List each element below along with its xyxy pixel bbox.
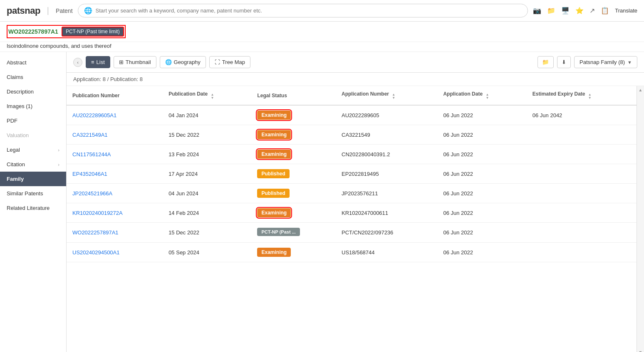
sidebar-item-label: PDF <box>7 118 17 124</box>
cell-app-number: AU2022289605 <box>336 105 437 125</box>
cell-pub-number: KR1020240019272A <box>67 203 163 223</box>
pub-number-link[interactable]: CN117561244A <box>72 151 111 158</box>
sidebar-item-pdf[interactable]: PDF <box>0 113 66 128</box>
cell-pub-date: 15 Dec 2022 <box>163 223 251 243</box>
family-select[interactable]: Patsnap Family (8) ▼ <box>574 56 637 68</box>
scroll-up-icon[interactable]: ▲ <box>639 88 643 92</box>
scroll-down-icon[interactable]: ▼ <box>639 350 643 352</box>
cell-est-expiry <box>527 164 637 184</box>
sidebar-item-label: Similar Patents <box>7 190 43 197</box>
folder-action-button[interactable]: 📁 <box>537 56 554 68</box>
thumbnail-icon: ⊞ <box>119 59 124 65</box>
search-input[interactable] <box>96 7 522 14</box>
cell-pub-number: EP4352046A1 <box>67 164 163 184</box>
chevron-right-icon: › <box>58 148 59 153</box>
cell-est-expiry <box>527 184 637 203</box>
pub-number-link[interactable]: KR1020240019272A <box>72 210 123 216</box>
patent-id[interactable]: WO2022257897A1 <box>8 28 58 35</box>
copy-icon[interactable]: 📋 <box>601 7 609 15</box>
table-row: WO2022257897A115 Dec 2022PCT-NP (Past ..… <box>67 223 637 243</box>
sidebar-item-similar-patents[interactable]: Similar Patents <box>0 186 66 201</box>
cell-pub-number: CN117561244A <box>67 145 163 164</box>
legal-status-badge[interactable]: Published <box>257 169 289 178</box>
pub-number-link[interactable]: AU2022289605A1 <box>72 112 116 118</box>
star-icon[interactable]: ⭐ <box>575 7 584 15</box>
cell-app-date: 06 Jun 2022 <box>437 164 526 184</box>
sidebar-item-family[interactable]: Family <box>0 172 66 186</box>
sidebar-item-label: Description <box>7 89 34 95</box>
legal-status-badge[interactable]: Published <box>257 189 289 198</box>
cell-pub-number: US20240294500A1 <box>67 243 163 262</box>
legal-status-badge[interactable]: Examining <box>257 111 291 120</box>
pub-number-link[interactable]: WO2022257897A1 <box>72 229 119 236</box>
table-area: Publication Number Publication Date ▲ ▼ … <box>67 86 637 352</box>
sidebar-item-claims[interactable]: Claims <box>0 70 66 84</box>
content-wrapper: Publication Number Publication Date ▲ ▼ … <box>67 86 644 352</box>
sidebar-item-description[interactable]: Description <box>0 84 66 99</box>
folder-icon: 📁 <box>542 59 549 65</box>
cell-est-expiry <box>527 203 637 223</box>
download-button[interactable]: ⬇ <box>557 56 571 68</box>
table-row: US20240294500A105 Sep 2024ExaminingUS18/… <box>67 243 637 262</box>
sidebar-item-legal[interactable]: Legal › <box>0 143 66 157</box>
table-container[interactable]: Publication Number Publication Date ▲ ▼ … <box>67 86 637 352</box>
cell-pub-date: 14 Feb 2024 <box>163 203 251 223</box>
cell-app-number: CA3221549 <box>336 125 437 145</box>
tree-map-view-button[interactable]: ⛶ Tree Map <box>209 56 250 68</box>
share-icon[interactable]: ↗ <box>590 7 595 15</box>
camera-icon[interactable]: 📷 <box>533 7 541 15</box>
pub-number-link[interactable]: CA3221549A1 <box>72 132 108 138</box>
logo-pat: pat <box>7 5 20 16</box>
sidebar-item-valuation[interactable]: Valuation <box>0 128 66 143</box>
header-actions: 📷 📁 🖥️ ⭐ ↗ 📋 Translate <box>533 7 637 15</box>
cell-est-expiry <box>527 223 637 243</box>
cell-pub-number: JP2024521966A <box>67 184 163 203</box>
sidebar-item-label: Valuation <box>7 132 29 138</box>
sidebar-item-abstract[interactable]: Abstract <box>0 55 66 70</box>
col-est-expiry[interactable]: Estimated Expiry Date ▲ ▼ <box>527 86 637 105</box>
table-row: EP4352046A117 Apr 2024PublishedEP2022819… <box>67 164 637 184</box>
folder-icon[interactable]: 📁 <box>547 7 555 15</box>
legal-status-badge[interactable]: Examining <box>257 248 291 257</box>
vertical-scrollbar[interactable]: ▲ ▼ ▶ <box>637 86 644 352</box>
sidebar-item-related-literature[interactable]: Related Literature <box>0 201 66 215</box>
chevron-down-icon: ▼ <box>627 60 632 65</box>
cell-est-expiry <box>527 145 637 164</box>
content: ‹ ≡ List ⊞ Thumbnail 🌐 Geography ⛶ Tree … <box>67 52 644 352</box>
legal-status-badge[interactable]: Examining <box>257 150 291 159</box>
col-pub-date[interactable]: Publication Date ▲ ▼ <box>163 86 251 105</box>
sidebar-item-citation[interactable]: Citation › <box>0 157 66 172</box>
pub-number-link[interactable]: EP4352046A1 <box>72 171 107 177</box>
patent-bar: WO2022257897A1 PCT-NP (Past time limit) <box>0 22 644 42</box>
translate-button[interactable]: Translate <box>615 7 637 14</box>
cell-app-number: US18/568744 <box>336 243 437 262</box>
cell-app-date: 06 Jun 2022 <box>437 223 526 243</box>
sidebar: Abstract Claims Description Images (1) P… <box>0 52 67 352</box>
pub-number-link[interactable]: JP2024521966A <box>72 190 112 197</box>
chevron-right-icon: › <box>58 162 59 167</box>
thumbnail-view-button[interactable]: ⊞ Thumbnail <box>114 56 156 68</box>
legal-status-badge[interactable]: Examining <box>257 130 291 139</box>
sidebar-item-images[interactable]: Images (1) <box>0 99 66 113</box>
legal-status-badge[interactable]: Examining <box>257 208 291 217</box>
table-row: KR1020240019272A14 Feb 2024ExaminingKR10… <box>67 203 637 223</box>
geography-view-button[interactable]: 🌐 Geography <box>160 56 206 68</box>
collapse-button[interactable]: ‹ <box>73 58 82 67</box>
pub-number-link[interactable]: US20240294500A1 <box>72 249 120 256</box>
globe-icon: 🌐 <box>165 59 172 65</box>
cell-legal-status: Published <box>251 184 336 203</box>
search-bar[interactable]: 🌐 <box>78 4 528 17</box>
legal-status-badge[interactable]: PCT-NP (Past ... <box>257 228 300 236</box>
sidebar-item-label: Images (1) <box>7 103 32 109</box>
monitor-icon[interactable]: 🖥️ <box>561 7 570 15</box>
list-icon: ≡ <box>91 59 94 65</box>
list-view-button[interactable]: ≡ List <box>86 56 110 68</box>
cell-legal-status: Examining <box>251 105 336 125</box>
sidebar-item-label: Citation <box>7 161 25 167</box>
header-divider: | <box>47 6 49 15</box>
col-app-date[interactable]: Application Date ▲ ▼ <box>437 86 526 105</box>
sidebar-item-label: Abstract <box>7 59 27 66</box>
thumbnail-label: Thumbnail <box>126 59 151 65</box>
sort-arrows-app-number: ▲ ▼ <box>392 93 395 100</box>
col-app-number[interactable]: Application Number ▲ ▼ <box>336 86 437 105</box>
